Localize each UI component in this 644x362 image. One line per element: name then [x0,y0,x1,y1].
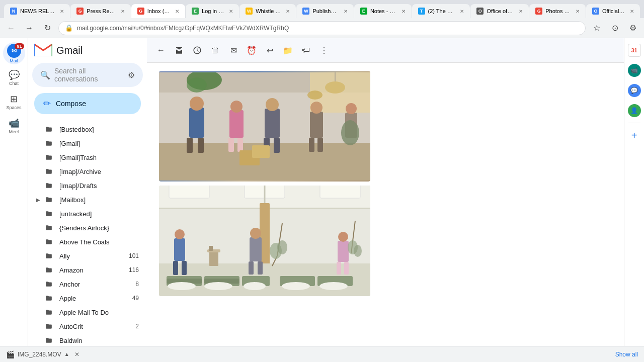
move-to-button[interactable]: 📁 [280,42,296,58]
svg-rect-72 [209,246,213,251]
tab-close-t11[interactable]: ✕ [630,9,634,14]
sidebar-item-amazon[interactable]: Amazon 116 [28,263,143,277]
extensions-button[interactable]: ⚙ [626,21,640,35]
sidebar-item-gmail[interactable]: [Gmail] [28,136,143,150]
browser-tab-t4[interactable]: E Log in | eviv... ✕ [186,4,239,18]
rail-meet[interactable]: 📹 Meet [3,115,25,137]
tab-close-t7[interactable]: ✕ [401,9,406,14]
browser-tab-t10[interactable]: G Photos - Goo... ✕ [529,4,586,18]
tab-label-t7: Notes - Evern... [370,8,396,14]
svg-rect-12 [198,138,204,153]
bookmark-button[interactable]: ☆ [590,21,604,35]
sidebar-item-ally[interactable]: Ally 101 [28,249,143,263]
tab-close-t1[interactable]: ✕ [60,9,64,14]
svg-point-52 [175,229,185,239]
profile-button[interactable]: ⊙ [608,21,622,35]
close-file-button[interactable]: ✕ [74,351,79,358]
address-bar[interactable]: 🔒 mail.google.com/mail/u/0/#inbox/FMfcgz… [58,21,586,35]
svg-rect-53 [173,261,178,275]
sidebar-item-baldwin[interactable]: Baldwin [28,333,143,346]
delete-button[interactable]: 🗑 [207,42,223,58]
more-actions-button[interactable]: ⋮ [316,42,332,58]
search-container[interactable]: 🔍 Search all conversations ⚙ [32,63,143,87]
browser-tab-t9[interactable]: O Office of the C... ✕ [470,4,529,18]
rail-chat[interactable]: 💬 Chat [3,66,25,88]
sidebar-item-imap-drafts[interactable]: [Imap]/Drafts [28,178,143,193]
sidebar-item-above-the-coals[interactable]: Above The Coals [28,235,143,249]
sidebar-item-bustedbox[interactable]: [Bustedbox] [28,122,143,136]
google-calendar-icon[interactable]: 31 [626,42,642,58]
sidebar-item-autocrit[interactable]: AutoCrit 2 [28,319,143,333]
sidebar-item-senders-airlock[interactable]: {Senders Airlock} [28,221,143,235]
forward-button[interactable]: → [22,21,36,35]
address-bar-row: ← → ↻ 🔒 mail.google.com/mail/u/0/#inbox/… [0,18,644,38]
show-all-button[interactable]: Show all [615,351,638,358]
file-name: IMG_2248.MOV [18,351,61,358]
tab-label-t9: Office of the C... [487,8,514,14]
sidebar-item-anchor[interactable]: Anchor 8 [28,277,143,291]
forward-button-toolbar[interactable]: ↩ [262,42,278,58]
browser-tab-t1[interactable]: N NEWS RELEASE:... ✕ [4,4,70,18]
compose-button[interactable]: ✏ Compose [34,93,141,114]
archive-button[interactable] [171,42,187,58]
tab-label-t6: Published | W... [312,8,338,14]
email-toolbar: ← 🗑 ✉ ⏰ ↩ 📁 🏷 ⋮ [147,38,624,63]
meet-icon: 📹 [9,118,20,129]
snooze-button[interactable] [189,42,205,58]
meet-label: Meet [9,129,19,134]
browser-tab-t11[interactable]: O Official Web... ✕ [586,4,640,18]
svg-point-18 [266,98,279,111]
google-chat-icon[interactable]: 💬 [626,82,642,99]
svg-rect-17 [265,109,280,138]
add-apps-button[interactable]: + [626,127,642,143]
spaces-icon: ⊞ [10,94,18,105]
browser-tab-t7[interactable]: E Notes - Evern... ✕ [354,4,412,18]
tab-favicon-t11: O [592,8,599,15]
gmail-logo-text: Gmail [56,45,83,56]
sidebar-item-imap-archive[interactable]: [Imap]/Archive [28,164,143,178]
tab-close-t4[interactable]: ✕ [229,9,233,14]
sidebar-item-mailbox[interactable]: ▶ [Mailbox] [28,193,143,207]
sidebar-label-apple: Apple [59,295,130,302]
file-download-item[interactable]: 🎬 IMG_2248.MOV ▲ ✕ [6,350,79,358]
sidebar-item-gmail-trash[interactable]: [Gmail]Trash [28,150,143,164]
reload-button[interactable]: ↻ [40,21,54,35]
browser-tab-t6[interactable]: W Published | W... ✕ [296,4,353,18]
folder-icon-autocrit [44,322,53,331]
tab-close-t8[interactable]: ✕ [460,9,464,14]
tab-favicon-t7: E [360,8,367,15]
browser-tab-t2[interactable]: G Press Release:... ✕ [70,4,130,18]
search-icon: 🔍 [40,70,50,80]
browser-tab-t5[interactable]: W Whistle Mess... ✕ [239,4,296,18]
tab-close-t5[interactable]: ✕ [286,9,290,14]
svg-point-8 [187,77,207,93]
svg-point-66 [277,240,287,254]
sidebar-item-apple-mail-todo[interactable]: Apple Mail To Do [28,305,143,319]
sidebar-item-apple[interactable]: Apple 49 [28,291,143,305]
tab-close-t3[interactable]: ✕ [175,9,179,14]
browser-tab-t3[interactable]: G Inbox (23) - ... ✕ [131,4,185,18]
rail-mail[interactable]: ✉ 91 Mail [3,42,25,64]
svg-rect-70 [209,251,218,266]
tab-favicon-t3: G [137,8,144,15]
svg-point-46 [244,282,266,290]
rail-spaces[interactable]: ⊞ Spaces [3,90,25,113]
google-meet-icon[interactable]: 📹 [626,62,642,78]
mark-read-button[interactable]: ✉ [225,42,242,58]
contacts-icon[interactable]: 👤 [626,103,642,119]
label-button[interactable]: 🏷 [298,42,314,58]
sidebar-count-ally: 101 [129,252,139,259]
tab-favicon-t5: W [246,8,253,15]
svg-rect-23 [309,138,314,152]
tab-close-t9[interactable]: ✕ [519,9,523,14]
tab-close-t10[interactable]: ✕ [576,9,580,14]
tab-close-t2[interactable]: ✕ [121,9,125,14]
sidebar-item-untracked[interactable]: [untracked] [28,207,143,221]
tab-close-t6[interactable]: ✕ [344,9,348,14]
back-button[interactable]: ← [4,21,18,35]
back-to-inbox-button[interactable]: ← [153,42,169,58]
browser-tab-t8[interactable]: T (2) The Colum... ✕ [412,4,470,18]
svg-point-45 [204,282,232,290]
svg-point-60 [338,232,348,242]
remind-me-button[interactable]: ⏰ [244,42,260,58]
